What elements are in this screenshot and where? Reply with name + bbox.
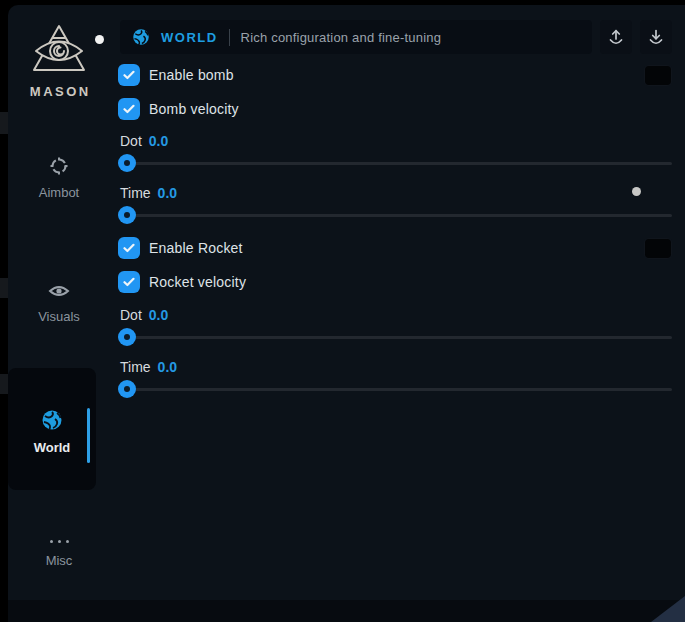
import-config-button[interactable] [640, 20, 672, 54]
sidebar-item-aimbot[interactable]: Aimbot [8, 156, 110, 200]
slider-thumb[interactable] [118, 328, 136, 346]
sidebar-item-label: World [8, 440, 96, 455]
slider-rocket-dot: Dot 0.0 [118, 307, 672, 346]
slider-value: 0.0 [158, 185, 177, 201]
slider-label: Dot [120, 133, 142, 149]
content-panel: WORLD Rich configuration and fine-tuning [110, 5, 685, 622]
sidebar: MASON Aimbot Visuals [8, 5, 110, 622]
checkbox-bomb-velocity[interactable] [118, 98, 140, 120]
checkmark-icon [123, 243, 135, 253]
sidebar-item-label: Misc [8, 553, 110, 568]
active-tab-indicator [87, 408, 90, 463]
mason-menu-window: MASON Aimbot Visuals [8, 5, 685, 622]
pyramid-eye-icon [30, 23, 88, 77]
setting-row: Bomb velocity [118, 98, 672, 120]
checkbox-label: Enable Rocket [149, 240, 243, 256]
checkmark-icon [123, 70, 135, 80]
globe-icon [132, 28, 150, 46]
sidebar-item-visuals[interactable]: Visuals [8, 282, 110, 324]
checkbox-label: Bomb velocity [149, 101, 239, 117]
cursor-dot [95, 35, 104, 44]
checkbox-enable-rocket[interactable] [118, 237, 140, 259]
checkmark-icon [123, 277, 135, 287]
slider-label: Time [120, 359, 151, 375]
slider-thumb[interactable] [118, 380, 136, 398]
slider-track[interactable] [118, 162, 672, 165]
color-swatch-bomb[interactable] [645, 66, 671, 85]
checkbox-rocket-velocity[interactable] [118, 271, 140, 293]
eye-icon [48, 282, 70, 300]
upload-icon [608, 29, 624, 46]
slider-label: Time [120, 185, 151, 201]
page-title: WORLD [161, 30, 218, 45]
brand-logo: MASON [8, 23, 110, 99]
setting-row: Rocket velocity [118, 271, 672, 293]
slider-track[interactable] [118, 388, 672, 391]
slider-label: Dot [120, 307, 142, 323]
slider-value: 0.0 [158, 359, 177, 375]
slider-value: 0.0 [149, 133, 168, 149]
brand-name: MASON [8, 84, 110, 99]
background-window-edge [0, 374, 8, 394]
sidebar-item-label: Aimbot [8, 185, 110, 200]
background-window-edge [0, 112, 8, 134]
cursor-dot [632, 187, 641, 196]
background-window-edge [0, 278, 8, 298]
setting-row: Enable bomb [118, 64, 672, 86]
divider [229, 29, 230, 46]
slider-thumb[interactable] [118, 206, 136, 224]
checkbox-enable-bomb[interactable] [118, 64, 140, 86]
ellipsis-icon [8, 538, 110, 544]
slider-bomb-dot: Dot 0.0 [118, 133, 672, 172]
page-subtitle: Rich configuration and fine-tuning [241, 30, 441, 45]
panel-header: WORLD Rich configuration and fine-tuning [120, 20, 592, 54]
slider-rocket-time: Time 0.0 [118, 359, 672, 398]
slider-track[interactable] [118, 214, 672, 217]
export-config-button[interactable] [600, 20, 632, 54]
download-icon [648, 29, 664, 46]
sidebar-item-misc[interactable]: Misc [8, 538, 110, 568]
settings-list: Enable bomb Bomb velocity Dot 0.0 [118, 64, 672, 411]
slider-thumb[interactable] [118, 154, 136, 172]
slider-value: 0.0 [149, 307, 168, 323]
checkbox-label: Rocket velocity [149, 274, 246, 290]
globe-icon [41, 409, 63, 431]
crosshair-icon [49, 156, 69, 176]
sidebar-item-world[interactable]: World [8, 368, 96, 490]
slider-bomb-time: Time 0.0 [118, 185, 672, 224]
setting-row: Enable Rocket [118, 237, 672, 259]
window-bottom-shade [8, 600, 685, 622]
panel-header-row: WORLD Rich configuration and fine-tuning [120, 20, 672, 54]
slider-track[interactable] [118, 336, 672, 339]
checkmark-icon [123, 104, 135, 114]
sidebar-item-label: Visuals [8, 309, 110, 324]
color-swatch-rocket[interactable] [645, 239, 671, 258]
checkbox-label: Enable bomb [149, 67, 234, 83]
